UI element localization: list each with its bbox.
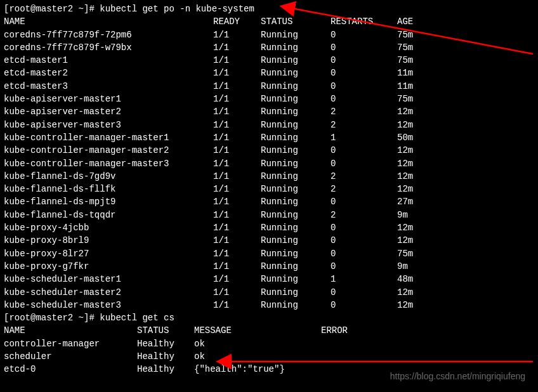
header-error: ERROR [321, 324, 348, 337]
cell-restarts: 0 [331, 54, 397, 67]
table-row: etcd-master31/1Running011m [4, 80, 534, 93]
header-name: NAME [4, 324, 137, 337]
cell-restarts: 1 [331, 131, 397, 144]
cell-ready: 1/1 [213, 93, 261, 105]
cell-name: kube-proxy-g7fkr [4, 260, 213, 273]
cell-name: coredns-7ff77c879f-72pm6 [4, 29, 213, 41]
header-name: NAME [4, 15, 213, 28]
cell-age: 75m [397, 29, 534, 41]
cell-restarts: 0 [331, 93, 397, 105]
table-row: kube-controller-manager-master31/1Runnin… [4, 157, 534, 170]
cell-restarts: 0 [331, 260, 397, 273]
cell-age: 12m [397, 286, 534, 299]
cell-age: 9m [397, 260, 534, 273]
cell-age: 50m [397, 131, 534, 144]
table-row: kube-proxy-g7fkr1/1Running09m [4, 260, 534, 273]
cell-status: Running [261, 93, 331, 105]
header-ready: READY [213, 15, 261, 28]
table-row: kube-flannel-ds-tqqdr1/1Running29m [4, 209, 534, 221]
cell-status: Healthy [137, 350, 194, 363]
cell-ready: 1/1 [213, 260, 261, 273]
header-status: STATUS [261, 15, 331, 28]
cell-ready: 1/1 [213, 234, 261, 247]
cell-restarts: 0 [331, 144, 397, 157]
cell-ready: 1/1 [213, 195, 261, 208]
prompt-command: kubectl get po -n kube-system [100, 4, 254, 14]
cell-name: kube-scheduler-master2 [4, 286, 213, 299]
cell-ready: 1/1 [213, 183, 261, 195]
cell-ready: 1/1 [213, 247, 261, 260]
cell-status: Running [261, 119, 331, 131]
component-status-table: NAME STATUS MESSAGE ERROR controller-man… [4, 324, 348, 376]
cell-name: kube-proxy-4jcbb [4, 221, 213, 234]
cell-status: Running [261, 299, 331, 311]
table-row: kube-flannel-ds-mpjt91/1Running027m [4, 195, 534, 208]
table-row: kube-scheduler-master21/1Running012m [4, 286, 534, 299]
cell-status: Running [261, 247, 331, 260]
cell-status: Running [261, 170, 331, 183]
cell-restarts: 0 [331, 195, 397, 208]
cell-name: etcd-master3 [4, 80, 213, 93]
cell-ready: 1/1 [213, 221, 261, 234]
cell-status: Running [261, 105, 331, 118]
cell-ready: 1/1 [213, 54, 261, 67]
cell-name: kube-proxy-8lr27 [4, 247, 213, 260]
cell-name: etcd-0 [4, 363, 137, 376]
prompt-user-host: [root@master2 ~]# [4, 313, 95, 323]
cell-ready: 1/1 [213, 144, 261, 157]
cell-age: 12m [397, 144, 534, 157]
cell-error [321, 337, 348, 350]
cell-name: controller-manager [4, 337, 137, 350]
cell-restarts: 2 [331, 105, 397, 118]
table-row: kube-controller-manager-master21/1Runnin… [4, 144, 534, 157]
cell-restarts: 2 [331, 170, 397, 183]
cell-age: 12m [397, 299, 534, 311]
cell-age: 12m [397, 183, 534, 195]
cell-ready: 1/1 [213, 29, 261, 41]
cell-name: kube-flannel-ds-tqqdr [4, 209, 213, 221]
cell-age: 12m [397, 157, 534, 170]
table-row: kube-proxy-8lr271/1Running075m [4, 247, 534, 260]
cell-name: kube-apiserver-master2 [4, 105, 213, 118]
cell-restarts: 2 [331, 183, 397, 195]
table-header-row: NAME STATUS MESSAGE ERROR [4, 324, 348, 337]
table-row: kube-proxy-4jcbb1/1Running012m [4, 221, 534, 234]
cell-name: kube-controller-manager-master3 [4, 157, 213, 170]
cell-name: kube-flannel-ds-mpjt9 [4, 195, 213, 208]
cell-restarts: 0 [331, 41, 397, 54]
cell-error [321, 350, 348, 363]
cell-restarts: 0 [331, 221, 397, 234]
cell-status: Running [261, 67, 331, 79]
cell-restarts: 2 [331, 209, 397, 221]
table-row: etcd-master21/1Running011m [4, 67, 534, 79]
table-row: etcd-master11/1Running075m [4, 54, 534, 67]
table-header-row: NAME READY STATUS RESTARTS AGE [4, 15, 534, 28]
prompt-command: kubectl get cs [100, 313, 174, 323]
cell-error [321, 363, 348, 376]
cell-name: etcd-master1 [4, 54, 213, 67]
table-row: kube-flannel-ds-7gd9v1/1Running212m [4, 170, 534, 183]
cell-name: kube-flannel-ds-7gd9v [4, 170, 213, 183]
cell-name: kube-apiserver-master3 [4, 119, 213, 131]
table-row: kube-apiserver-master11/1Running075m [4, 93, 534, 105]
cell-ready: 1/1 [213, 209, 261, 221]
cell-restarts: 0 [331, 247, 397, 260]
cell-status: Running [261, 286, 331, 299]
cell-status: Running [261, 221, 331, 234]
table-row: kube-apiserver-master21/1Running212m [4, 105, 534, 118]
cell-status: Running [261, 183, 331, 195]
cell-age: 11m [397, 67, 534, 79]
cell-restarts: 0 [331, 157, 397, 170]
cell-ready: 1/1 [213, 170, 261, 183]
cell-status: Running [261, 80, 331, 93]
table-row: schedulerHealthyok [4, 350, 348, 363]
cell-ready: 1/1 [213, 273, 261, 285]
cell-status: Running [261, 195, 331, 208]
cell-status: Running [261, 273, 331, 285]
cell-status: Running [261, 41, 331, 54]
cell-name: kube-controller-manager-master2 [4, 144, 213, 157]
cell-restarts: 0 [331, 80, 397, 93]
cell-name: kube-scheduler-master3 [4, 299, 213, 311]
cell-status: Running [261, 234, 331, 247]
cell-name: kube-apiserver-master1 [4, 93, 213, 105]
